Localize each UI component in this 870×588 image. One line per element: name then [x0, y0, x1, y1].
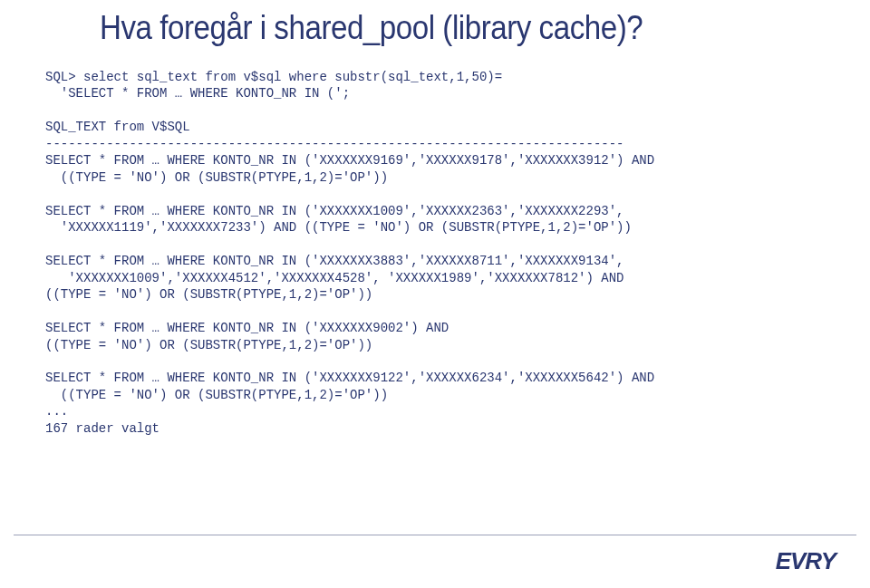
slide-container: Hva foregår i shared_pool (library cache… [0, 0, 870, 455]
sql-code-block: SQL> select sql_text from v$sql where su… [45, 69, 825, 437]
slide-title: Hva foregår i shared_pool (library cache… [100, 9, 767, 47]
evry-logo: EVRY [776, 547, 836, 575]
footer-divider [14, 535, 856, 535]
